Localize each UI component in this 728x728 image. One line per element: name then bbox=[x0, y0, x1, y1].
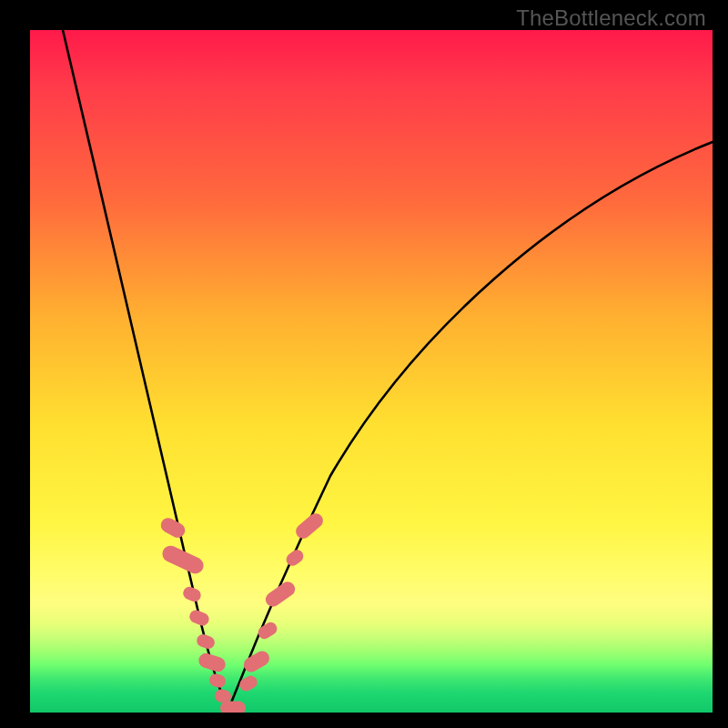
watermark-text: TheBottleneck.com bbox=[516, 5, 706, 31]
bead-l7 bbox=[207, 672, 227, 689]
bead-l1 bbox=[158, 515, 187, 540]
bead-r3 bbox=[256, 620, 279, 642]
bead-l5 bbox=[195, 632, 217, 651]
bead-r5 bbox=[284, 547, 306, 568]
beads-overlay bbox=[30, 30, 713, 713]
bead-l4 bbox=[187, 608, 211, 627]
bead-l2 bbox=[159, 543, 206, 577]
bead-bottom bbox=[220, 702, 246, 713]
plot-area bbox=[30, 30, 713, 713]
bead-r6 bbox=[293, 511, 326, 541]
bead-r4 bbox=[263, 579, 298, 610]
bead-l6 bbox=[197, 652, 227, 673]
bead-r1 bbox=[238, 673, 259, 693]
bead-r2 bbox=[241, 649, 272, 675]
chart-frame: TheBottleneck.com bbox=[0, 0, 728, 728]
bead-l3 bbox=[181, 585, 203, 604]
